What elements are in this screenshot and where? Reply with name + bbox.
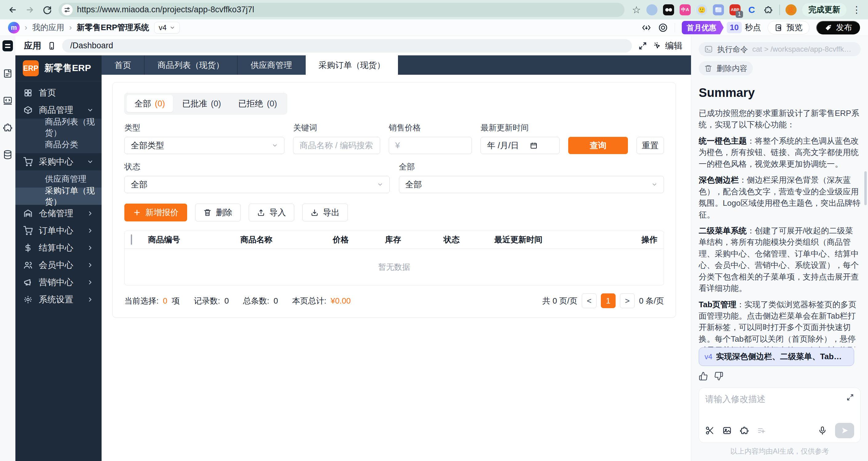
app-storage-icon[interactable] [2, 40, 13, 52]
run-command-chip[interactable]: 执行命令 cat > /workspace/app-8cvffko37j7l/D… [699, 42, 861, 56]
bookmark-star-icon[interactable]: ☆ [632, 4, 641, 16]
expand-icon[interactable] [846, 393, 854, 401]
chevron-right-icon [87, 279, 94, 286]
tab-purchase-orders[interactable]: 采购订单（现货） [306, 55, 399, 75]
edit-button[interactable]: 编辑 [653, 40, 682, 52]
button-label: 导出 [323, 207, 340, 218]
scrollbar-thumb[interactable] [864, 171, 867, 205]
c-extension-icon[interactable]: C [746, 4, 757, 15]
route-input[interactable]: /Dashboard [62, 39, 632, 53]
prompt-enhance-icon[interactable] [757, 426, 766, 435]
mobile-view-icon[interactable] [48, 41, 56, 50]
target-icon[interactable] [658, 23, 668, 33]
sidebar-item-members[interactable]: 会员中心 [16, 257, 101, 274]
address-bar[interactable]: https://www.miaoda.cn/projects/app-8cvff… [59, 3, 624, 17]
segment-all[interactable]: 全部(0) [126, 95, 173, 112]
divider [675, 23, 675, 32]
sidebar-item-settlement[interactable]: 结算中心 [16, 239, 101, 257]
menu-label: 订单中心 [39, 225, 73, 236]
back-icon[interactable] [7, 4, 19, 16]
version-chip[interactable]: v4 实现深色侧边栏、二级菜单、Tab页管… [699, 347, 854, 366]
breadcrumb-my-apps[interactable]: 我的应用 [32, 22, 64, 33]
browser-menu-icon[interactable]: ⋮ [852, 4, 861, 15]
plugin-puzzle-icon[interactable] [3, 123, 12, 133]
delete-button[interactable]: 删除 [195, 204, 241, 222]
select-all-checkbox[interactable] [131, 234, 132, 245]
scissors-icon[interactable] [705, 426, 714, 435]
reset-button[interactable]: 重置 [637, 137, 664, 154]
all-select[interactable]: 全部 [399, 176, 664, 193]
microphone-icon[interactable] [818, 426, 827, 435]
code-window-icon[interactable] [3, 96, 12, 105]
purchase-orders-card: 全部(0) 已批准(0) 已拒绝(0) 类型 全部类型 关键词 销售价格 最新更… [112, 82, 676, 318]
preview-button[interactable]: 预览 [768, 21, 809, 34]
current-page-button[interactable]: 1 [601, 293, 616, 308]
miaoda-logo[interactable]: m [8, 22, 20, 34]
sidebar-item-settings[interactable]: 系统设置 [16, 291, 101, 308]
thumbs-down-icon[interactable] [714, 371, 723, 381]
sidebar-item-warehouse[interactable]: 仓储管理 [16, 205, 101, 222]
sidebar-item-purchase-center[interactable]: 采购中心 [16, 153, 101, 170]
price-input[interactable] [395, 141, 466, 151]
promo-badge: 首月优惠 [682, 21, 724, 34]
sidebar-item-product-category[interactable]: 商品分类 [16, 136, 101, 153]
date-input[interactable]: 年 /月/日 [480, 137, 560, 154]
image-icon[interactable] [722, 426, 732, 435]
status-select[interactable]: 全部 [124, 176, 390, 193]
sidebar-item-purchase-orders[interactable]: 采购订单（现货） [16, 188, 101, 205]
type-select[interactable]: 全部类型 [124, 137, 284, 154]
price-input-wrap [389, 137, 472, 154]
reload-icon[interactable] [41, 4, 53, 16]
plugin-puzzle-icon[interactable] [740, 426, 749, 435]
promo-countdown[interactable]: 首月优惠 10 秒点 [682, 21, 761, 34]
col-header: 库存 [385, 234, 443, 245]
thumbs-up-icon[interactable] [699, 371, 708, 381]
tab-supplier-mgmt[interactable]: 供应商管理 [238, 55, 306, 75]
profile-avatar[interactable]: 皮 [785, 4, 797, 15]
send-button[interactable] [835, 423, 854, 438]
sidebar-item-home[interactable]: 首页 [16, 84, 101, 101]
breadcrumb-project-name[interactable]: 新零售ERP管理系统 [76, 22, 149, 33]
sum-value: ¥0.00 [331, 296, 350, 306]
tab-home[interactable]: 首页 [101, 55, 145, 75]
tab-product-list[interactable]: 商品列表（现货） [145, 55, 238, 75]
url-text: https://www.miaoda.cn/projects/app-8cvff… [77, 5, 254, 14]
document-icon[interactable] [3, 69, 12, 78]
fullscreen-icon[interactable] [638, 41, 647, 51]
prompt-textarea[interactable] [705, 393, 854, 423]
image-extension-icon[interactable] [713, 4, 724, 15]
site-settings-icon[interactable] [62, 4, 73, 15]
database-icon[interactable] [3, 150, 12, 160]
next-page-button[interactable]: > [620, 293, 635, 308]
segment-rejected[interactable]: 已拒绝(0) [230, 95, 285, 112]
code-export-icon[interactable] [642, 23, 651, 33]
import-button[interactable]: 导入 [249, 204, 294, 222]
extension-dark-icon[interactable] [663, 4, 674, 15]
calendar-icon[interactable] [530, 142, 537, 149]
export-button[interactable]: 导出 [302, 204, 348, 222]
translate-extension-icon[interactable]: 中A [680, 4, 691, 15]
delete-content-chip[interactable]: 删除内容 [699, 61, 753, 75]
avatar-extension-icon[interactable]: 🙂 [696, 4, 707, 15]
menu-label: 商品管理 [39, 104, 73, 116]
extension-profile-icon[interactable] [646, 4, 657, 15]
add-quote-button[interactable]: 新增报价 [124, 204, 187, 222]
forward-icon[interactable] [24, 4, 36, 16]
prev-page-button[interactable]: < [582, 293, 596, 308]
sidebar-item-product-list[interactable]: 商品列表（现货） [16, 119, 101, 136]
app-label: 应用 [24, 40, 41, 52]
chevron-down-icon [377, 182, 383, 188]
segment-approved[interactable]: 已批准(0) [174, 95, 229, 112]
keyword-input[interactable] [300, 141, 373, 151]
publish-button[interactable]: 发布 [816, 21, 860, 34]
gear-icon [23, 295, 33, 304]
extensions-puzzle-icon[interactable] [763, 4, 774, 15]
col-header: 状态 [443, 234, 494, 245]
version-selector[interactable]: v4 [154, 22, 180, 34]
chip-version: v4 [705, 353, 712, 361]
sidebar-item-order-center[interactable]: 订单中心 [16, 222, 101, 239]
adblock-extension-icon[interactable]: ABP1 [730, 4, 741, 15]
search-button[interactable]: 查询 [568, 137, 628, 154]
chrome-update-button[interactable]: 完成更新 [802, 3, 846, 17]
sidebar-item-marketing[interactable]: 营销中心 [16, 274, 101, 291]
